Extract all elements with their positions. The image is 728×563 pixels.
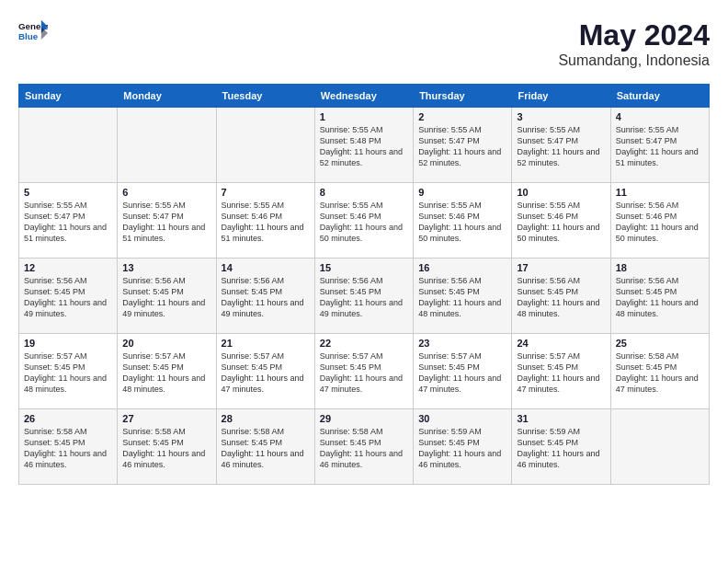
day-info: Sunrise: 5:58 AM Sunset: 5:45 PM Dayligh… [24, 426, 112, 471]
day-info: Sunrise: 5:55 AM Sunset: 5:46 PM Dayligh… [222, 200, 310, 245]
day-number: 11 [616, 187, 704, 198]
calendar-cell: 12Sunrise: 5:56 AM Sunset: 5:45 PM Dayli… [19, 259, 118, 334]
month-title: May 2024 [558, 18, 710, 52]
day-number: 2 [418, 111, 506, 122]
day-number: 15 [320, 262, 408, 273]
day-number: 4 [616, 111, 704, 122]
calendar-cell: 3Sunrise: 5:55 AM Sunset: 5:47 PM Daylig… [512, 108, 610, 183]
day-info: Sunrise: 5:57 AM Sunset: 5:45 PM Dayligh… [122, 350, 210, 396]
dow-header-friday: Friday [512, 85, 610, 108]
page-header: General Blue May 2024 Sumandang, Indones… [18, 18, 710, 69]
day-number: 27 [122, 413, 210, 424]
day-number: 3 [517, 111, 605, 122]
calendar-body: 1Sunrise: 5:55 AM Sunset: 5:48 PM Daylig… [19, 108, 710, 485]
day-info: Sunrise: 5:56 AM Sunset: 5:45 PM Dayligh… [122, 275, 210, 320]
location-subtitle: Sumandang, Indonesia [558, 52, 710, 69]
calendar-cell [216, 108, 314, 183]
day-number: 30 [418, 413, 506, 424]
calendar-table: SundayMondayTuesdayWednesdayThursdayFrid… [18, 84, 710, 485]
calendar-cell: 18Sunrise: 5:56 AM Sunset: 5:45 PM Dayli… [610, 259, 709, 334]
dow-header-tuesday: Tuesday [216, 85, 314, 108]
day-number: 14 [222, 262, 310, 273]
day-info: Sunrise: 5:57 AM Sunset: 5:45 PM Dayligh… [418, 350, 506, 396]
calendar-cell: 27Sunrise: 5:58 AM Sunset: 5:45 PM Dayli… [118, 409, 216, 485]
calendar-cell: 9Sunrise: 5:55 AM Sunset: 5:46 PM Daylig… [414, 183, 512, 259]
day-number: 8 [320, 187, 408, 198]
day-info: Sunrise: 5:55 AM Sunset: 5:47 PM Dayligh… [517, 124, 605, 169]
day-info: Sunrise: 5:57 AM Sunset: 5:45 PM Dayligh… [320, 350, 408, 396]
day-info: Sunrise: 5:57 AM Sunset: 5:45 PM Dayligh… [222, 350, 310, 396]
day-number: 25 [616, 338, 704, 349]
calendar-cell: 31Sunrise: 5:59 AM Sunset: 5:45 PM Dayli… [512, 409, 610, 485]
day-info: Sunrise: 5:58 AM Sunset: 5:45 PM Dayligh… [122, 426, 210, 471]
day-info: Sunrise: 5:55 AM Sunset: 5:46 PM Dayligh… [418, 200, 506, 245]
day-number: 28 [222, 413, 310, 424]
day-info: Sunrise: 5:55 AM Sunset: 5:47 PM Dayligh… [616, 124, 704, 169]
calendar-cell: 16Sunrise: 5:56 AM Sunset: 5:45 PM Dayli… [414, 259, 512, 334]
calendar-cell: 15Sunrise: 5:56 AM Sunset: 5:45 PM Dayli… [314, 259, 413, 334]
calendar-cell: 24Sunrise: 5:57 AM Sunset: 5:45 PM Dayli… [512, 334, 610, 409]
calendar-cell: 10Sunrise: 5:55 AM Sunset: 5:46 PM Dayli… [512, 183, 610, 259]
calendar-cell: 29Sunrise: 5:58 AM Sunset: 5:45 PM Dayli… [314, 409, 413, 485]
day-number: 1 [320, 111, 408, 122]
day-number: 31 [517, 413, 605, 424]
day-info: Sunrise: 5:59 AM Sunset: 5:45 PM Dayligh… [418, 426, 506, 471]
day-info: Sunrise: 5:56 AM Sunset: 5:45 PM Dayligh… [24, 275, 112, 320]
day-of-week-header-row: SundayMondayTuesdayWednesdayThursdayFrid… [19, 85, 710, 108]
calendar-cell: 1Sunrise: 5:55 AM Sunset: 5:48 PM Daylig… [314, 108, 413, 183]
logo: General Blue [18, 18, 48, 48]
day-number: 17 [517, 262, 605, 273]
calendar-cell: 14Sunrise: 5:56 AM Sunset: 5:45 PM Dayli… [216, 259, 314, 334]
calendar-cell: 4Sunrise: 5:55 AM Sunset: 5:47 PM Daylig… [610, 108, 709, 183]
day-number: 9 [418, 187, 506, 198]
dow-header-monday: Monday [118, 85, 216, 108]
calendar-cell: 5Sunrise: 5:55 AM Sunset: 5:47 PM Daylig… [19, 183, 118, 259]
calendar-cell [19, 108, 118, 183]
day-number: 22 [320, 338, 408, 349]
calendar-cell: 7Sunrise: 5:55 AM Sunset: 5:46 PM Daylig… [216, 183, 314, 259]
calendar-cell: 26Sunrise: 5:58 AM Sunset: 5:45 PM Dayli… [19, 409, 118, 485]
day-number: 29 [320, 413, 408, 424]
calendar-week-4: 19Sunrise: 5:57 AM Sunset: 5:45 PM Dayli… [19, 334, 710, 409]
calendar-cell [610, 409, 709, 485]
day-info: Sunrise: 5:58 AM Sunset: 5:45 PM Dayligh… [320, 426, 408, 471]
dow-header-saturday: Saturday [610, 85, 709, 108]
calendar-week-5: 26Sunrise: 5:58 AM Sunset: 5:45 PM Dayli… [19, 409, 710, 485]
day-info: Sunrise: 5:56 AM Sunset: 5:45 PM Dayligh… [222, 275, 310, 320]
calendar-week-3: 12Sunrise: 5:56 AM Sunset: 5:45 PM Dayli… [19, 259, 710, 334]
calendar-cell: 23Sunrise: 5:57 AM Sunset: 5:45 PM Dayli… [414, 334, 512, 409]
day-number: 26 [24, 413, 112, 424]
day-number: 5 [24, 187, 112, 198]
calendar-cell: 28Sunrise: 5:58 AM Sunset: 5:45 PM Dayli… [216, 409, 314, 485]
day-info: Sunrise: 5:55 AM Sunset: 5:46 PM Dayligh… [517, 200, 605, 245]
logo-icon: General Blue [18, 18, 48, 48]
day-info: Sunrise: 5:58 AM Sunset: 5:45 PM Dayligh… [222, 426, 310, 471]
dow-header-sunday: Sunday [19, 85, 118, 108]
calendar-week-2: 5Sunrise: 5:55 AM Sunset: 5:47 PM Daylig… [19, 183, 710, 259]
day-info: Sunrise: 5:57 AM Sunset: 5:45 PM Dayligh… [24, 350, 112, 396]
day-number: 16 [418, 262, 506, 273]
day-info: Sunrise: 5:55 AM Sunset: 5:47 PM Dayligh… [418, 124, 506, 169]
day-info: Sunrise: 5:57 AM Sunset: 5:45 PM Dayligh… [517, 350, 605, 396]
day-number: 7 [222, 187, 310, 198]
day-info: Sunrise: 5:59 AM Sunset: 5:45 PM Dayligh… [517, 426, 605, 471]
day-number: 23 [418, 338, 506, 349]
day-info: Sunrise: 5:56 AM Sunset: 5:45 PM Dayligh… [418, 275, 506, 320]
svg-text:Blue: Blue [18, 31, 39, 41]
calendar-cell: 22Sunrise: 5:57 AM Sunset: 5:45 PM Dayli… [314, 334, 413, 409]
day-number: 18 [616, 262, 704, 273]
calendar-cell: 19Sunrise: 5:57 AM Sunset: 5:45 PM Dayli… [19, 334, 118, 409]
day-number: 20 [122, 338, 210, 349]
day-info: Sunrise: 5:56 AM Sunset: 5:45 PM Dayligh… [320, 275, 408, 320]
day-number: 19 [24, 338, 112, 349]
calendar-cell: 17Sunrise: 5:56 AM Sunset: 5:45 PM Dayli… [512, 259, 610, 334]
day-info: Sunrise: 5:58 AM Sunset: 5:45 PM Dayligh… [616, 350, 704, 396]
day-number: 6 [122, 187, 210, 198]
calendar-cell: 20Sunrise: 5:57 AM Sunset: 5:45 PM Dayli… [118, 334, 216, 409]
calendar-cell: 6Sunrise: 5:55 AM Sunset: 5:47 PM Daylig… [118, 183, 216, 259]
day-info: Sunrise: 5:55 AM Sunset: 5:48 PM Dayligh… [320, 124, 408, 169]
calendar-cell: 25Sunrise: 5:58 AM Sunset: 5:45 PM Dayli… [610, 334, 709, 409]
dow-header-thursday: Thursday [414, 85, 512, 108]
day-number: 24 [517, 338, 605, 349]
calendar-cell: 13Sunrise: 5:56 AM Sunset: 5:45 PM Dayli… [118, 259, 216, 334]
